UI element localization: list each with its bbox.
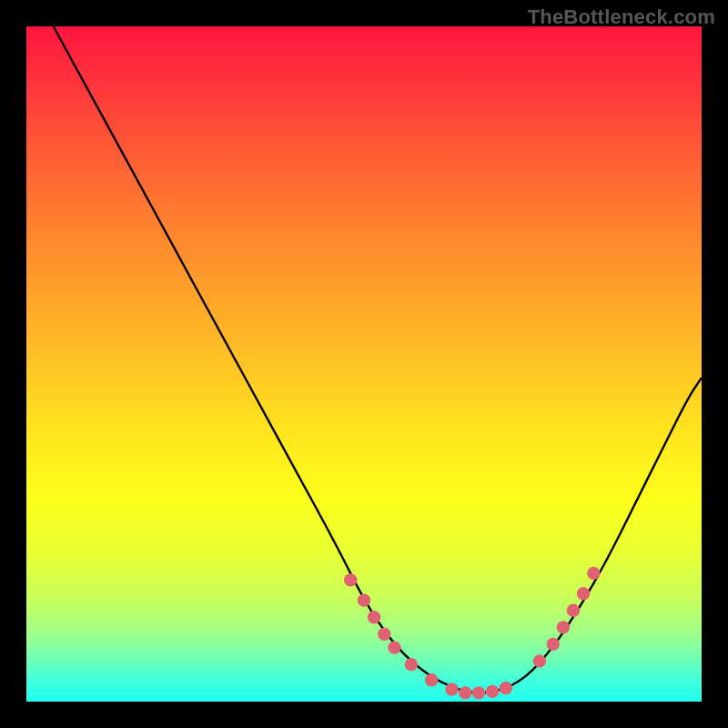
data-marker [378, 628, 390, 641]
data-marker [547, 638, 560, 651]
data-marker [388, 641, 400, 653]
data-marker [425, 673, 438, 686]
plot-area [26, 26, 702, 702]
data-marker [557, 621, 570, 633]
data-marker [368, 611, 380, 623]
data-marker [587, 567, 600, 580]
data-marker [472, 686, 485, 699]
chart-svg [26, 26, 702, 702]
marker-group [344, 567, 601, 700]
data-marker [500, 682, 512, 694]
data-marker [577, 587, 590, 600]
data-marker [486, 685, 499, 698]
watermark-text: TheBottleneck.com [528, 5, 715, 29]
data-marker [358, 594, 370, 607]
data-marker [533, 654, 546, 667]
data-marker [405, 658, 418, 671]
chart-frame: TheBottleneck.com [0, 0, 728, 728]
bottleneck-curve [54, 26, 702, 693]
data-marker [344, 573, 357, 586]
data-marker [459, 686, 471, 699]
data-marker [445, 682, 458, 695]
data-marker [567, 604, 580, 617]
